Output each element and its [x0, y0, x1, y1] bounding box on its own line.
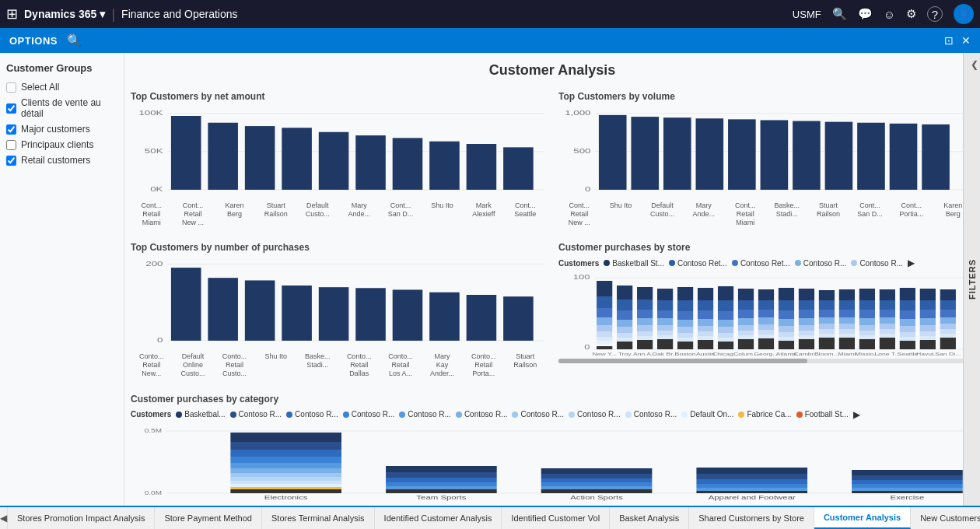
chart-scrollbar[interactable]: [558, 359, 974, 363]
legend-label-5: Contoso R...: [859, 259, 903, 268]
label-item: Cont...RetailNew ...: [560, 201, 599, 226]
legend-cat-12: Football St...: [796, 410, 849, 419]
legend-cat-4: Contoso R...: [343, 410, 395, 419]
chat-icon[interactable]: 💬: [858, 7, 873, 21]
svg-text:Action Sports: Action Sports: [570, 493, 623, 500]
svg-rect-165: [880, 289, 895, 300]
svg-rect-26: [728, 119, 756, 190]
chart-category-legend: Customers Basketbal... Contoso R... Cont…: [131, 409, 974, 420]
chart-category-title: Customer purchases by category: [131, 394, 974, 405]
svg-rect-237: [386, 489, 497, 493]
chart-net-amount-labels: Cont...RetailMiami Cont...RetailNew ... …: [131, 201, 546, 226]
svg-rect-253: [852, 470, 963, 475]
svg-text:Team Sports: Team Sports: [416, 493, 466, 500]
svg-rect-145: [819, 324, 835, 329]
avatar-icon[interactable]: 👤: [954, 4, 974, 24]
filter-label-major-customers: Major customers: [21, 124, 90, 135]
legend-cat-color-4: [343, 412, 349, 418]
svg-text:0: 0: [584, 343, 590, 351]
help-icon[interactable]: ?: [927, 6, 943, 22]
svg-rect-151: [839, 310, 855, 317]
svg-rect-90: [677, 333, 693, 338]
settings-icon[interactable]: ⚙: [906, 7, 916, 21]
filter-item-principaux[interactable]: Principaux clients: [6, 139, 117, 150]
svg-rect-54: [597, 317, 612, 325]
svg-rect-232: [386, 466, 497, 472]
svg-rect-195: [940, 334, 956, 338]
window-icon[interactable]: ⊡: [944, 34, 954, 47]
options-label[interactable]: OPTIONS: [9, 35, 58, 47]
filter-panel: Customer Groups Select All Clients de ve…: [0, 53, 124, 506]
search-icon[interactable]: 🔍: [832, 7, 847, 21]
brand-chevron-icon[interactable]: ▾: [100, 8, 105, 20]
legend-more-icon[interactable]: ▶: [908, 257, 915, 268]
tab-new-customers[interactable]: New Customers: [911, 507, 980, 529]
tab-identified-vol[interactable]: Identified Customer Vol: [502, 507, 610, 529]
label-item: StuartRailson: [506, 352, 544, 377]
module-label: Finance and Operations: [121, 8, 237, 20]
filter-item-clients-vente[interactable]: Clients de vente au détail: [6, 97, 117, 119]
svg-rect-140: [799, 339, 814, 349]
svg-rect-106: [718, 333, 733, 338]
svg-rect-235: [386, 482, 497, 486]
chart-purchases: Top Customers by number of purchases 200…: [131, 242, 546, 377]
smiley-icon[interactable]: ☺: [884, 8, 895, 21]
svg-rect-127: [779, 310, 794, 319]
filter-item-major-customers[interactable]: Major customers: [6, 124, 117, 135]
legend-cat-more-icon[interactable]: ▶: [853, 409, 860, 420]
legend-color-4: [795, 260, 801, 266]
filter-checkbox-major-customers[interactable]: [6, 124, 16, 135]
svg-rect-236: [386, 486, 497, 489]
user-label[interactable]: USMF: [793, 9, 821, 20]
filter-item-retail[interactable]: Retail customers: [6, 155, 117, 166]
scrollbar-thumb[interactable]: [558, 359, 807, 363]
svg-rect-227: [230, 481, 341, 484]
options-search-icon[interactable]: 🔍: [67, 33, 82, 47]
tab-customer-analysis[interactable]: Customer Analysis: [814, 507, 911, 529]
legend-color-3: [732, 260, 738, 266]
tab-store-payment[interactable]: Store Payment Method: [155, 507, 262, 529]
svg-text:200: 200: [145, 259, 163, 268]
grid-icon[interactable]: ⊞: [6, 5, 18, 23]
tab-arrow-left[interactable]: ◀: [0, 507, 8, 529]
legend-cat-5: Contoso R...: [399, 410, 451, 419]
svg-rect-105: [718, 327, 733, 333]
svg-rect-53: [597, 308, 612, 317]
svg-rect-226: [230, 477, 341, 481]
tab-basket-analysis[interactable]: Basket Analysis: [610, 507, 689, 529]
filter-checkbox-select-all[interactable]: [6, 82, 16, 93]
legend-customers-label: Customers: [558, 259, 599, 268]
filters-sidebar[interactable]: ❮ FILTERS: [963, 53, 980, 506]
tab-identified-customer[interactable]: Identified Customer Analysis: [375, 507, 502, 529]
legend-item-3: Contoso Ret...: [732, 259, 790, 268]
close-icon[interactable]: ✕: [961, 34, 971, 47]
svg-rect-162: [859, 331, 875, 335]
svg-rect-123: [758, 335, 774, 338]
svg-rect-188: [920, 340, 936, 349]
filter-item-select-all[interactable]: Select All: [6, 82, 117, 93]
svg-rect-155: [839, 334, 855, 338]
optionsbar: OPTIONS 🔍 ⊡ ✕: [0, 28, 980, 53]
filter-checkbox-principaux[interactable]: [6, 140, 16, 150]
svg-rect-102: [718, 300, 733, 311]
svg-rect-63: [617, 310, 632, 320]
filter-checkbox-clients-vente[interactable]: [6, 103, 16, 114]
brand-label[interactable]: Dynamics 365 ▾: [24, 8, 105, 20]
chart-by-store-title: Customer purchases by store: [558, 242, 974, 253]
filter-checkbox-retail[interactable]: [6, 156, 16, 166]
tab-stores-terminal[interactable]: Stores Terminal Analysis: [262, 507, 375, 529]
label-item: Conto...RetailDallas: [340, 352, 379, 377]
svg-rect-94: [698, 300, 713, 310]
svg-rect-69: [637, 287, 653, 300]
tab-shared-customers[interactable]: Shared Customers by Store: [689, 507, 814, 529]
svg-rect-118: [758, 300, 774, 310]
svg-rect-59: [597, 344, 612, 346]
tab-stores-promotion[interactable]: Stores Promotion Impact Analysis: [8, 507, 155, 529]
filters-arrow-icon: ❮: [971, 59, 978, 70]
legend-cat-1: Basketbal...: [176, 410, 225, 419]
bottom-tabs: ◀ Stores Promotion Impact Analysis Store…: [0, 506, 980, 529]
svg-rect-83: [657, 335, 673, 339]
svg-rect-171: [880, 334, 895, 338]
svg-text:Exercise: Exercise: [891, 493, 925, 500]
svg-rect-81: [657, 325, 673, 331]
